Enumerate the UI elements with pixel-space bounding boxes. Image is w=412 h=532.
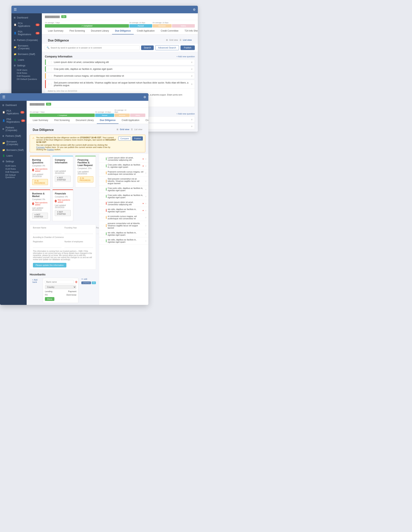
- list-view-btn[interactable]: List view: [183, 39, 192, 41]
- compare-link[interactable]: Compare: [36, 146, 45, 148]
- f-tab-due-dilligence[interactable]: Due Dilligence: [97, 117, 119, 124]
- rl-chevron-2[interactable]: ∨: [145, 165, 146, 167]
- f-tab-loan-summary[interactable]: Loan Summary: [30, 117, 51, 124]
- rl-chevron-7[interactable]: ∨: [145, 202, 146, 204]
- registration-input[interactable]: [33, 243, 61, 248]
- tab-t24[interactable]: T24 Info Sheet: [182, 28, 198, 34]
- rl-drag-4[interactable]: ⋮⋮: [101, 180, 105, 182]
- tab-first-screening[interactable]: First Screening: [66, 28, 88, 34]
- tab-credit-application[interactable]: Credit Application: [134, 28, 157, 34]
- drag-handle-2[interactable]: ⋮⋮: [48, 68, 52, 70]
- gear-icon-front[interactable]: ⚙: [144, 95, 146, 99]
- f-sidebar-borrowers-staff[interactable]: 📁 Borrowers (Staff): [0, 147, 27, 153]
- rl-chevron-12[interactable]: ∨: [145, 240, 146, 242]
- hamburger-icon-front[interactable]: ☰: [2, 95, 5, 99]
- q-chevron-4[interactable]: ∧: [191, 83, 193, 86]
- go-badge-back[interactable]: Go: [61, 15, 66, 18]
- borrower-name-input[interactable]: [33, 229, 61, 234]
- sidebar-item-borrowers-corp[interactable]: 📁 Borrowers (Corporate): [11, 43, 42, 51]
- rl-chevron-8[interactable]: ∨: [145, 209, 146, 211]
- publish-button-front[interactable]: Publish: [132, 136, 143, 141]
- ff-q-chevron-1[interactable]: ∨: [191, 118, 193, 121]
- rl-chevron-6[interactable]: ∨: [145, 195, 146, 198]
- f-sidebar-dnb[interactable]: DnB Requests: [0, 171, 27, 173]
- sidebar-item-dnb[interactable]: DnB Requests: [11, 75, 42, 78]
- drag-handle-1[interactable]: ⋮⋮: [48, 61, 52, 64]
- q-chevron-1[interactable]: ∨: [191, 61, 193, 64]
- rl-drag-12[interactable]: ⋮⋮: [101, 240, 105, 242]
- f-sidebar-loans[interactable]: 💲 Loans: [0, 153, 27, 159]
- f-sidebar-dashboard[interactable]: ⊞ Dashboard: [0, 102, 27, 108]
- f-tab-first-screening[interactable]: First Screening: [51, 117, 73, 124]
- tab-document-library[interactable]: Document Library: [88, 28, 112, 34]
- f-sidebar-olm-roles[interactable]: OLM Roles: [0, 167, 27, 171]
- rl-drag-8[interactable]: ⋮⋮: [101, 209, 105, 211]
- sidebar-item-dashboard[interactable]: ⊞ Dashboard: [11, 15, 42, 20]
- rl-drag-7[interactable]: ⋮⋮: [101, 202, 105, 204]
- rl-drag-5[interactable]: ⋮⋮: [101, 188, 105, 190]
- publish-link[interactable]: Publish: [47, 148, 54, 151]
- done-button[interactable]: Done: [45, 297, 54, 301]
- rl-drag-9[interactable]: ⋮⋮: [101, 217, 105, 218]
- bank-name-input[interactable]: [45, 280, 74, 284]
- drag-handle-3[interactable]: ⋮⋮: [48, 75, 52, 77]
- go-badge-front[interactable]: Go: [46, 103, 51, 105]
- rl-chevron-1[interactable]: ∨: [145, 158, 146, 160]
- rl-drag-3[interactable]: ⋮⋮: [101, 172, 105, 174]
- rl-drag-11[interactable]: ⋮⋮: [101, 233, 105, 235]
- tab-credit-committee[interactable]: Credit Committee: [158, 28, 182, 34]
- rl-chevron-5[interactable]: ∨: [145, 188, 146, 190]
- f-sidebar-pca[interactable]: 📋 PCA Applications 11: [0, 108, 27, 116]
- sidebar-item-dd-default[interactable]: DD Default Questions: [11, 78, 42, 81]
- search-input[interactable]: [51, 47, 138, 49]
- rl-chevron-4[interactable]: ∨: [145, 180, 146, 182]
- gear-icon[interactable]: ⚙: [193, 8, 196, 11]
- sidebar-item-partners-corp[interactable]: ⊕ Partners (Corporate): [11, 37, 42, 43]
- sidebar-item-borrowers-staff[interactable]: 📁 Borrowers (Staff): [11, 51, 42, 57]
- sidebar-item-pca[interactable]: 📋 PCA Applications 11: [11, 20, 42, 29]
- founding-year-input2[interactable]: [96, 229, 99, 234]
- grid-view-btn[interactable]: Grid view: [169, 39, 178, 41]
- sidebar-item-psa[interactable]: 👤 PSA Registrations 14: [11, 29, 42, 37]
- sidebar-item-olm-users[interactable]: OLM Users: [11, 68, 42, 72]
- rl-chevron-11[interactable]: ∨: [145, 233, 146, 235]
- drag-handle-4[interactable]: ⋮⋮: [48, 83, 52, 86]
- f-sidebar-settings[interactable]: ⚙ Settings: [0, 159, 27, 164]
- f-sidebar-partners-staff[interactable]: ⊕ Partners (Staff): [0, 133, 27, 139]
- add-bank-button[interactable]: + Add bank: [30, 279, 40, 283]
- f-list-view-btn[interactable]: List view: [134, 128, 142, 131]
- rl-chevron-10[interactable]: ∨: [145, 225, 146, 227]
- f-tab-credit-application[interactable]: Credit Application: [118, 117, 142, 124]
- sidebar-item-settings[interactable]: ⚙ Settings: [11, 63, 42, 68]
- f-grid-view-btn[interactable]: Grid view: [120, 128, 129, 131]
- edit-bank-link[interactable]: ✏ edit: [81, 278, 87, 280]
- tab-loan-summary[interactable]: Loan Summary: [45, 28, 66, 34]
- f-sidebar-partners-corp[interactable]: ⊕ Partners (Corporate): [0, 125, 27, 133]
- delete-bank-button[interactable]: 🗑: [75, 280, 78, 283]
- sidebar-item-olm-roles[interactable]: OLM Roles: [11, 72, 42, 75]
- f-tab-credit-committee[interactable]: Credit Committee: [143, 117, 148, 124]
- add-new-financing[interactable]: + Add new question: [176, 113, 195, 115]
- f-sidebar-borrowers-corp[interactable]: 📁 Borrowers (Corporate): [0, 139, 27, 147]
- advanced-search-button[interactable]: Advanced Search: [155, 45, 179, 50]
- rl-chevron-3[interactable]: ∨: [145, 172, 146, 174]
- tab-due-dilligence[interactable]: Due Dilligence: [112, 28, 134, 34]
- f-sidebar-dd-default[interactable]: DD Default Questions: [0, 173, 27, 179]
- compare-button[interactable]: Compare: [118, 136, 131, 141]
- founding-year-input[interactable]: [65, 229, 93, 234]
- rl-chevron-9[interactable]: ∨: [145, 217, 146, 218]
- rl-drag-1[interactable]: ⋮⋮: [101, 158, 105, 160]
- ff-q-chevron-2[interactable]: ∨: [191, 125, 193, 128]
- f-sidebar-psa[interactable]: 👤 PSA Registrations 14: [0, 116, 27, 125]
- country-select[interactable]: Country: [45, 285, 76, 289]
- hamburger-icon[interactable]: ☰: [14, 7, 17, 12]
- f-tab-document-library[interactable]: Document Library: [73, 117, 97, 124]
- rl-drag-6[interactable]: ⋮⋮: [101, 195, 105, 198]
- q-chevron-2[interactable]: ∨: [191, 68, 193, 70]
- rl-drag-2[interactable]: ⋮⋮: [101, 165, 105, 167]
- update-info-button[interactable]: Please update this information: [33, 263, 66, 267]
- sidebar-item-loans[interactable]: 💲 Loans: [11, 57, 42, 63]
- f-sidebar-olm-users[interactable]: OLM Users: [0, 164, 27, 167]
- employees-input[interactable]: [65, 243, 93, 248]
- q-chevron-3[interactable]: ∨: [191, 75, 193, 77]
